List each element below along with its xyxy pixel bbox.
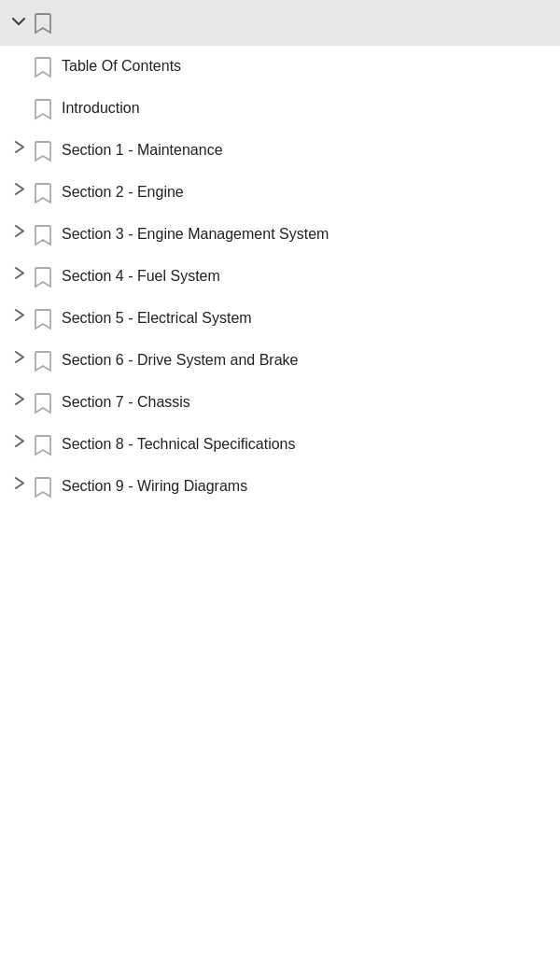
tree-item-section-4[interactable]: Section 4 - Fuel System <box>0 256 560 298</box>
label-table-of-contents: Table Of Contents <box>62 55 549 77</box>
bookmark-icon-introduction <box>30 97 56 120</box>
tree-item-section-9[interactable]: Section 9 - Wiring Diagrams <box>0 466 560 508</box>
chevron-section-6[interactable] <box>7 349 30 363</box>
label-section-8: Section 8 - Technical Specifications <box>62 433 549 455</box>
label-section-3: Section 3 - Engine Management System <box>62 223 549 245</box>
tree-item-table-of-contents[interactable]: Table Of Contents <box>0 46 560 88</box>
tree-item-section-7[interactable]: Section 7 - Chassis <box>0 382 560 424</box>
tree-items-list: Table Of Contents Introduction Section 1… <box>0 46 560 508</box>
chevron-section-8[interactable] <box>7 433 30 447</box>
label-section-5: Section 5 - Electrical System <box>62 307 549 329</box>
chevron-section-1[interactable] <box>7 139 30 153</box>
bookmark-icon-section-4 <box>30 265 56 288</box>
label-section-7: Section 7 - Chassis <box>62 391 549 413</box>
chevron-section-7[interactable] <box>7 391 30 405</box>
bookmark-icon-section-2 <box>30 181 56 204</box>
bookmark-icon-section-6 <box>30 349 56 372</box>
label-section-6: Section 6 - Drive System and Brake <box>62 349 549 371</box>
label-section-1: Section 1 - Maintenance <box>62 139 549 161</box>
tree-item-section-3[interactable]: Section 3 - Engine Management System <box>0 214 560 256</box>
bookmark-icon-section-5 <box>30 307 56 330</box>
chevron-section-4[interactable] <box>7 265 30 279</box>
bookmark-icon-section-3 <box>30 223 56 246</box>
bookmark-icon-section-9 <box>30 475 56 499</box>
chevron-section-2[interactable] <box>7 181 30 195</box>
tree-item-introduction[interactable]: Introduction <box>0 88 560 130</box>
bookmark-icon-section-1 <box>30 139 56 162</box>
bookmark-icon-section-7 <box>30 391 56 414</box>
bookmark-icon-section-8 <box>30 433 56 456</box>
tree-item-section-2[interactable]: Section 2 - Engine <box>0 172 560 214</box>
tree-container: Table Of Contents Introduction Section 1… <box>0 0 560 508</box>
root-label <box>62 11 549 12</box>
chevron-section-9[interactable] <box>7 475 30 489</box>
tree-item-section-5[interactable]: Section 5 - Electrical System <box>0 298 560 340</box>
label-section-9: Section 9 - Wiring Diagrams <box>62 475 549 497</box>
bookmark-icon-table-of-contents <box>30 55 56 78</box>
chevron-section-3[interactable] <box>7 223 30 237</box>
label-section-2: Section 2 - Engine <box>62 181 549 203</box>
tree-item-section-1[interactable]: Section 1 - Maintenance <box>0 130 560 172</box>
tree-item-section-8[interactable]: Section 8 - Technical Specifications <box>0 424 560 466</box>
tree-item-section-6[interactable]: Section 6 - Drive System and Brake <box>0 340 560 382</box>
root-bookmark-icon <box>30 11 56 35</box>
chevron-section-5[interactable] <box>7 307 30 321</box>
label-section-4: Section 4 - Fuel System <box>62 265 549 287</box>
root-collapse-chevron[interactable] <box>7 11 30 29</box>
label-introduction: Introduction <box>62 97 549 119</box>
tree-root-item[interactable] <box>0 0 560 46</box>
